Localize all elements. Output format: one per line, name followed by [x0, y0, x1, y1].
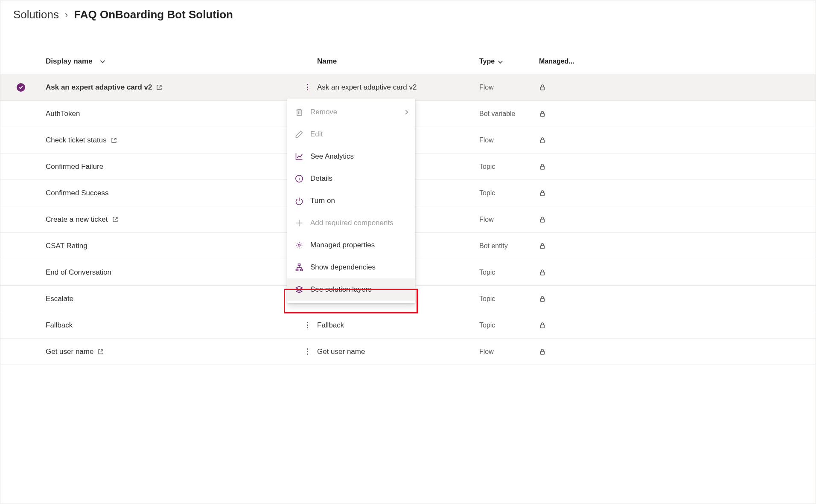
- analytics-icon: [295, 152, 303, 161]
- managed-cell: [539, 216, 816, 223]
- more-actions-button[interactable]: [301, 319, 314, 332]
- menu-item-label: See solution layers: [310, 285, 372, 294]
- managed-cell: [539, 348, 816, 355]
- menu-item-label: Details: [310, 174, 332, 183]
- menu-item-dependencies[interactable]: Show dependencies: [287, 256, 415, 278]
- display-name-cell[interactable]: Fallback: [46, 321, 297, 330]
- menu-item-remove[interactable]: Remove: [287, 101, 415, 123]
- more-actions-button[interactable]: [301, 81, 314, 94]
- menu-item-add-required[interactable]: Add required components: [287, 212, 415, 234]
- managed-cell: [539, 190, 816, 197]
- display-name-cell[interactable]: CSAT Rating: [46, 242, 297, 250]
- more-actions-button[interactable]: [301, 345, 314, 358]
- svg-rect-10: [541, 351, 545, 354]
- svg-rect-13: [298, 264, 300, 266]
- lock-icon: [539, 84, 546, 91]
- display-name-text: Confirmed Success: [46, 189, 108, 197]
- svg-rect-1: [541, 113, 545, 116]
- managed-cell: [539, 137, 816, 144]
- column-header-name[interactable]: Name: [317, 57, 479, 66]
- external-link-icon: [156, 84, 162, 90]
- menu-item-label: Remove: [310, 108, 337, 116]
- lock-icon: [539, 110, 546, 117]
- chevron-down-icon: [498, 58, 503, 63]
- menu-item-label: Turn on: [310, 197, 335, 205]
- svg-rect-0: [541, 87, 545, 90]
- display-name-text: Get user name: [46, 348, 93, 356]
- lock-icon: [539, 163, 546, 170]
- managed-cell: [539, 295, 816, 302]
- managed-cell: [539, 110, 816, 117]
- svg-rect-8: [541, 298, 545, 301]
- display-name-text: Check ticket status: [46, 136, 107, 145]
- display-name-cell[interactable]: Escalate: [46, 295, 297, 303]
- chevron-right-icon: ›: [65, 9, 68, 20]
- breadcrumb-root-link[interactable]: Solutions: [13, 8, 59, 21]
- type-cell: Topic: [479, 189, 539, 197]
- menu-item-label: See Analytics: [310, 152, 354, 161]
- display-name-text: Ask an expert adaptive card v2: [46, 83, 152, 92]
- menu-item-managed-props[interactable]: Managed properties: [287, 234, 415, 256]
- menu-item-details[interactable]: Details: [287, 168, 415, 190]
- type-cell: Topic: [479, 295, 539, 303]
- layers-icon: [295, 285, 303, 294]
- display-name-cell[interactable]: AuthToken: [46, 110, 297, 118]
- svg-rect-9: [541, 325, 545, 328]
- display-name-text: Fallback: [46, 321, 73, 330]
- type-cell: Flow: [479, 348, 539, 356]
- menu-item-turnon[interactable]: Turn on: [287, 190, 415, 212]
- svg-rect-15: [300, 269, 303, 271]
- managed-cell: [539, 163, 816, 170]
- menu-item-analytics[interactable]: See Analytics: [287, 145, 415, 168]
- display-name-cell[interactable]: Get user name: [46, 348, 297, 356]
- display-name-cell[interactable]: Confirmed Failure: [46, 162, 297, 171]
- chevron-right-icon: [403, 110, 408, 114]
- column-header-type[interactable]: Type: [479, 58, 539, 65]
- type-cell: Topic: [479, 163, 539, 171]
- chevron-down-icon: [100, 58, 105, 63]
- display-name-cell[interactable]: Confirmed Success: [46, 189, 297, 197]
- table-row[interactable]: Ask an expert adaptive card v2Ask an exp…: [0, 74, 816, 101]
- display-name-cell[interactable]: Check ticket status: [46, 136, 297, 145]
- table-row[interactable]: FallbackFallbackTopic: [0, 312, 816, 339]
- menu-item-label: Edit: [310, 130, 323, 139]
- lock-icon: [539, 190, 546, 197]
- menu-item-solution-layers[interactable]: See solution layers: [287, 278, 415, 301]
- column-header-managed[interactable]: Managed...: [539, 58, 816, 65]
- lock-icon: [539, 269, 546, 276]
- type-cell: Flow: [479, 84, 539, 91]
- name-cell: Get user name: [317, 348, 479, 356]
- managed-cell: [539, 84, 816, 91]
- lock-icon: [539, 137, 546, 144]
- breadcrumb: Solutions › FAQ OnBoarding Bot Solution: [0, 0, 816, 32]
- type-cell: Topic: [479, 269, 539, 276]
- display-name-text: Escalate: [46, 295, 73, 303]
- table-row[interactable]: Get user nameGet user nameFlow: [0, 339, 816, 365]
- display-name-cell[interactable]: Ask an expert adaptive card v2: [46, 83, 297, 92]
- menu-item-edit[interactable]: Edit: [287, 123, 415, 145]
- display-name-text: Create a new ticket: [46, 215, 108, 224]
- info-icon: [295, 174, 303, 183]
- lock-icon: [539, 243, 546, 249]
- name-cell: Fallback: [317, 321, 479, 330]
- svg-rect-14: [296, 269, 298, 271]
- lock-icon: [539, 295, 546, 302]
- type-cell: Bot entity: [479, 242, 539, 250]
- pencil-icon: [295, 130, 303, 139]
- display-name-cell[interactable]: End of Conversation: [46, 268, 297, 277]
- column-header-display[interactable]: Display name: [46, 57, 297, 66]
- display-name-text: Confirmed Failure: [46, 162, 103, 171]
- check-icon[interactable]: [17, 83, 25, 92]
- external-link-icon: [111, 137, 117, 143]
- svg-rect-4: [541, 193, 545, 196]
- display-name-cell[interactable]: Create a new ticket: [46, 215, 297, 224]
- svg-rect-7: [541, 272, 545, 275]
- name-cell: Ask an expert adaptive card v2: [317, 83, 479, 92]
- display-name-text: AuthToken: [46, 110, 80, 118]
- svg-rect-5: [541, 219, 545, 222]
- type-cell: Flow: [479, 136, 539, 144]
- hierarchy-icon: [295, 263, 303, 272]
- power-icon: [295, 197, 303, 205]
- managed-cell: [539, 322, 816, 329]
- svg-rect-6: [541, 246, 545, 249]
